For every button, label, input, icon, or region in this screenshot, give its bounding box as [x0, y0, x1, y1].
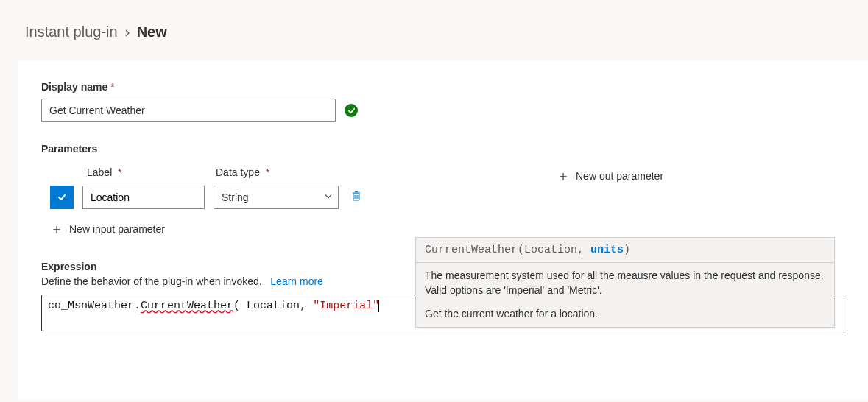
tooltip-function-description: Get the current weather for a location.: [416, 303, 834, 327]
valid-check-icon: [345, 104, 358, 117]
param-label-header: Label *: [87, 166, 216, 178]
breadcrumb: Instant plug-in New: [0, 0, 868, 40]
parameter-datatype-select[interactable]: String: [214, 186, 339, 209]
new-out-parameter-button[interactable]: ＋ New out parameter: [557, 166, 663, 186]
intellisense-tooltip: CurrentWeather(Location, units) The meas…: [415, 237, 835, 328]
display-name-input[interactable]: [41, 99, 336, 122]
learn-more-link[interactable]: Learn more: [270, 275, 323, 287]
display-name-label: Display name *: [41, 81, 115, 93]
delete-icon[interactable]: [347, 187, 365, 208]
tooltip-param-description: The measurement system used for all the …: [416, 263, 834, 303]
plus-icon: ＋: [50, 222, 63, 236]
parameter-select-checkbox[interactable]: [50, 186, 74, 209]
form-panel: Display name * Parameters Label * Data t…: [18, 61, 868, 400]
parameters-header: Parameters: [41, 143, 844, 155]
plus-icon: ＋: [557, 169, 570, 183]
tooltip-signature: CurrentWeather(Location, units): [416, 238, 834, 263]
chevron-down-icon: [323, 191, 334, 204]
parameter-label-input[interactable]: [82, 186, 205, 209]
parameter-row: String: [50, 186, 365, 209]
param-datatype-header: Data type *: [216, 166, 269, 178]
breadcrumb-parent[interactable]: Instant plug-in: [25, 24, 118, 40]
new-input-parameter-button[interactable]: ＋ New input parameter: [50, 219, 165, 239]
breadcrumb-current: New: [137, 24, 167, 40]
chevron-right-icon: [124, 24, 131, 40]
required-indicator: *: [110, 81, 114, 93]
